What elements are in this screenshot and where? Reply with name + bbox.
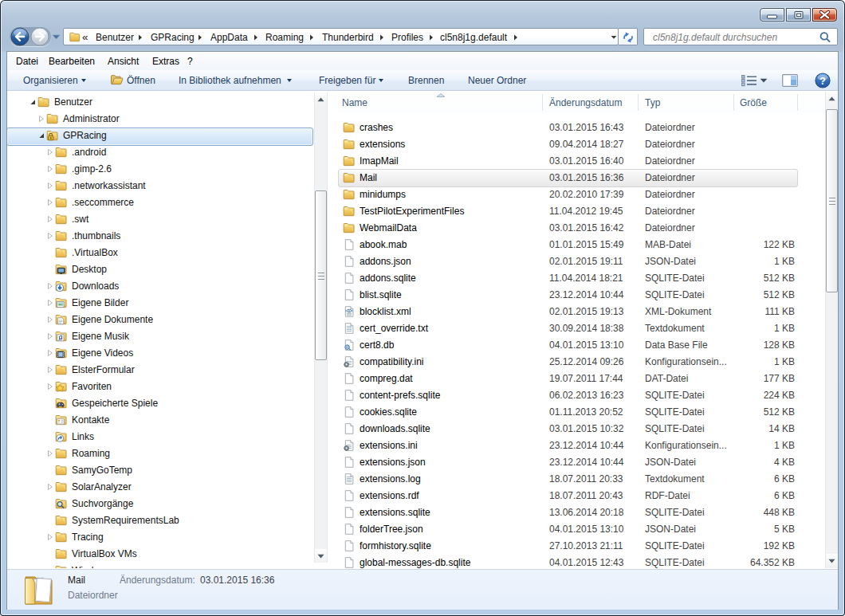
svg-text:?: ? <box>819 75 826 87</box>
